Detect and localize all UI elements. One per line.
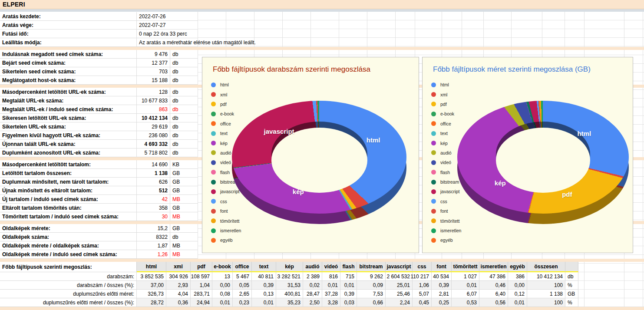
file-table-cell: 28,47 [303, 290, 322, 298]
stat-label: Másodpercenként letöltött tartalom: [0, 160, 137, 168]
legend-swatch-css [211, 199, 216, 204]
stat-value: 5 718 802 [137, 148, 170, 157]
file-table-cell: 40 811 [252, 272, 276, 281]
legend-swatch-html [431, 82, 436, 87]
file-table-cell: 0,05 [233, 281, 252, 290]
legend-label: pdf [220, 102, 227, 107]
file-table-cell: 2 389 [303, 272, 322, 281]
legend-swatch-ismeretlen [431, 228, 436, 233]
stat-unit: GB [170, 178, 198, 186]
stat-label: Aratás kezdete: [0, 12, 137, 20]
file-table-unit-cell: % [565, 298, 578, 307]
legend-label: javascript [440, 189, 459, 194]
legend-label: office [440, 121, 451, 126]
legend-item: ismeretlen [211, 226, 241, 235]
stat-unit: KB [170, 160, 198, 168]
legend-label: html [440, 82, 449, 87]
stat-unit: MB [170, 241, 198, 250]
legend-swatch-audió [431, 150, 436, 155]
stat-value: 10 677 833 [137, 96, 170, 105]
stat-value: 14 690 [137, 160, 170, 168]
file-table-cell: 283,71 [191, 290, 212, 298]
file-table-cell: 4,04 [166, 290, 191, 298]
file-table-cell: 25,01 [386, 281, 413, 290]
stats-section: Oldalképek mérete:15,2GBOldalképek száma… [0, 224, 198, 259]
stat-unit: db [170, 67, 198, 76]
legend-swatch-office [211, 121, 216, 126]
legend-item: xml [431, 89, 461, 99]
file-table-header-cell: egyéb [508, 262, 527, 272]
legend-label: office [220, 121, 231, 126]
legend-label: font [220, 208, 228, 214]
stat-unit: db [170, 59, 198, 67]
legend-item: xml [211, 89, 241, 99]
file-table-header-cell: html [137, 262, 166, 272]
section-gap [0, 157, 198, 160]
legend-swatch-e-book [431, 112, 436, 116]
legend-label: text [440, 131, 448, 136]
section-gap [0, 85, 198, 88]
report-page: ELPERI Aratás kezdete:2022-07-26Aratás v… [0, 0, 644, 310]
stat-row: Eltárolt tartalom tömörítés után:358GB [0, 204, 198, 212]
stat-unit: GB [170, 186, 198, 195]
file-table-row: duplumszűrés előtti méret:326,734,04283,… [0, 290, 578, 298]
file-table-header-cell: pdf [191, 262, 212, 272]
legend-swatch-videó [211, 160, 216, 165]
legend-swatch-pdf [431, 102, 436, 106]
legend-swatch-font [211, 209, 216, 214]
file-table-cell: 40 534 [432, 272, 452, 281]
file-table-cell: 7,53 [357, 290, 386, 298]
stat-row: Bejárt seed címek száma:12 377db [0, 59, 198, 67]
file-table-cell: 326,73 [137, 290, 166, 298]
legend-swatch-javascript [431, 189, 436, 194]
stat-value: 8322 [137, 233, 170, 241]
stat-label: Leállítás módja: [0, 38, 137, 46]
stat-unit: GB [170, 204, 198, 212]
slice-label-html: html [367, 136, 380, 143]
legend-label: xml [220, 92, 227, 97]
stat-row: Másodpercenként letöltött tartalom:14 69… [0, 160, 198, 169]
legend-label: egyéb [440, 237, 453, 243]
file-table-cell: 25,46 [386, 290, 413, 298]
harvest-stats-table: Aratás kezdete:2022-07-26Aratás vége:202… [0, 12, 198, 259]
stat-value: 512 [137, 186, 170, 195]
stat-row: Újonnan talált URL-ek száma:4 693 332db [0, 140, 198, 148]
stat-unit: db [170, 140, 198, 148]
stat-label: Újnak minősített és eltárolt tartalom: [0, 186, 137, 195]
stat-label: Aratás vége: [0, 21, 137, 29]
stat-row: Leállítás módja:Az aratás a mérethatár e… [0, 38, 198, 47]
file-table-header-cell: ismeretlen [479, 262, 508, 272]
stat-unit: db [170, 50, 198, 58]
file-table-cell: 37,00 [137, 281, 166, 290]
file-table-cell: 0,45 [413, 298, 432, 307]
file-table-cell: 35,23 [276, 298, 303, 307]
file-table-cell: 3 282 521 [276, 272, 303, 281]
slice-label-pdf: pdf [562, 190, 572, 198]
file-table-header-cell: videó [322, 262, 340, 272]
file-table-row-label: darabszám: [0, 272, 137, 281]
legend-swatch-e-book [211, 112, 216, 116]
file-table-header-cell: bitstream [357, 262, 386, 272]
legend-label: audió [440, 150, 452, 155]
legend-label: videó [440, 160, 451, 165]
legend-swatch-flash [211, 170, 216, 175]
file-table-cell: 6,40 [479, 290, 508, 298]
donut-hole [496, 128, 590, 193]
legend-label: flash [220, 170, 230, 175]
file-table-cell: 13 [212, 272, 233, 281]
legend-swatch-font [431, 209, 436, 214]
donut-chart-size: htmlpdfkép [457, 101, 629, 227]
legend-label: ismeretlen [220, 228, 241, 233]
legend-label: e-book [440, 111, 454, 116]
file-table-cell: 0,53 [452, 298, 479, 307]
slice-label-kép: kép [495, 179, 506, 186]
stat-value: 1 138 [137, 169, 170, 177]
file-table-header-row: Főbb fájltípusok szerinti megoszlás:html… [0, 262, 578, 272]
stat-label: Megtalált URL-ek / induló seed címek szá… [0, 105, 137, 113]
legend-item: egyéb [431, 235, 461, 245]
file-table-cell: 0,01 [340, 281, 357, 290]
legend-label: kép [440, 141, 448, 146]
stat-label: Új tartalom / induló seed címek száma: [0, 195, 137, 203]
file-table-cell: 1,04 [191, 281, 212, 290]
file-type-table: Főbb fájltípusok szerinti megoszlás:html… [0, 262, 578, 307]
